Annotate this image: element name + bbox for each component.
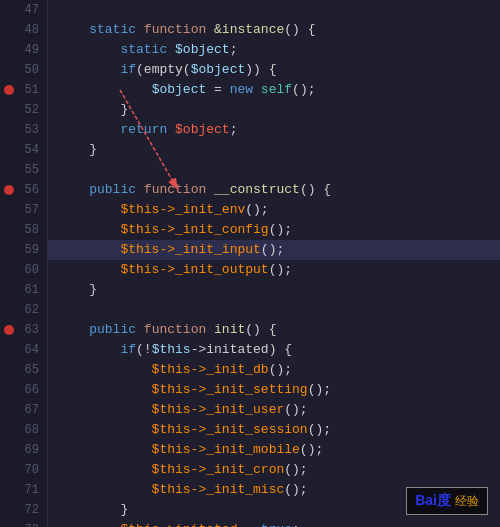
code-line-51: $object = new self(); — [48, 80, 500, 100]
code-line-61: } — [48, 280, 500, 300]
code-line-49: static $object; — [48, 40, 500, 60]
code-line-64: if(!$this->initated) { — [48, 340, 500, 360]
line-number-53: 53 — [0, 120, 47, 140]
line-number-70: 70 — [0, 460, 47, 480]
watermark: Bai度 经验 — [406, 487, 488, 515]
code-line-56: public function __construct() { — [48, 180, 500, 200]
line-number-59: 59 — [0, 240, 47, 260]
code-line-54: } — [48, 140, 500, 160]
line-number-62: 62 — [0, 300, 47, 320]
code-line-55 — [48, 160, 500, 180]
code-line-69: $this->_init_mobile(); — [48, 440, 500, 460]
code-line-66: $this->_init_setting(); — [48, 380, 500, 400]
line-number-64: 64 — [0, 340, 47, 360]
code-line-68: $this->_init_session(); — [48, 420, 500, 440]
line-number-48: 48 — [0, 20, 47, 40]
code-line-67: $this->_init_user(); — [48, 400, 500, 420]
line-number-52: 52 — [0, 100, 47, 120]
line-number-68: 68 — [0, 420, 47, 440]
line-number-47: 47 — [0, 0, 47, 20]
line-number-71: 71 — [0, 480, 47, 500]
line-number-72: 72 — [0, 500, 47, 520]
line-numbers: 4748495051525354555657585960616263646566… — [0, 0, 48, 527]
line-number-65: 65 — [0, 360, 47, 380]
line-number-61: 61 — [0, 280, 47, 300]
code-line-63: public function init() { — [48, 320, 500, 340]
line-number-66: 66 — [0, 380, 47, 400]
line-number-49: 49 — [0, 40, 47, 60]
watermark-baidu-text: Bai度 — [415, 492, 451, 510]
code-line-70: $this->_init_cron(); — [48, 460, 500, 480]
line-number-55: 55 — [0, 160, 47, 180]
line-number-73: 73 — [0, 520, 47, 527]
code-line-47 — [48, 0, 500, 20]
line-number-58: 58 — [0, 220, 47, 240]
line-number-67: 67 — [0, 400, 47, 420]
code-editor: 4748495051525354555657585960616263646566… — [0, 0, 500, 527]
code-line-58: $this->_init_config(); — [48, 220, 500, 240]
code-line-73: $this->initated = true; — [48, 520, 500, 527]
code-line-57: $this->_init_env(); — [48, 200, 500, 220]
watermark-jingyan-text: 经验 — [455, 493, 479, 510]
code-content: static function &instance() { static $ob… — [48, 0, 500, 527]
line-number-60: 60 — [0, 260, 47, 280]
code-line-60: $this->_init_output(); — [48, 260, 500, 280]
line-number-69: 69 — [0, 440, 47, 460]
code-line-65: $this->_init_db(); — [48, 360, 500, 380]
watermark-box: Bai度 经验 — [406, 487, 488, 515]
line-number-51: 51 — [0, 80, 47, 100]
line-number-63: 63 — [0, 320, 47, 340]
line-number-57: 57 — [0, 200, 47, 220]
code-line-52: } — [48, 100, 500, 120]
line-number-50: 50 — [0, 60, 47, 80]
code-line-62 — [48, 300, 500, 320]
line-number-56: 56 — [0, 180, 47, 200]
code-line-59: $this->_init_input(); — [48, 240, 500, 260]
code-line-50: if(empty($object)) { — [48, 60, 500, 80]
code-line-53: return $object; — [48, 120, 500, 140]
code-line-48: static function &instance() { — [48, 20, 500, 40]
line-number-54: 54 — [0, 140, 47, 160]
